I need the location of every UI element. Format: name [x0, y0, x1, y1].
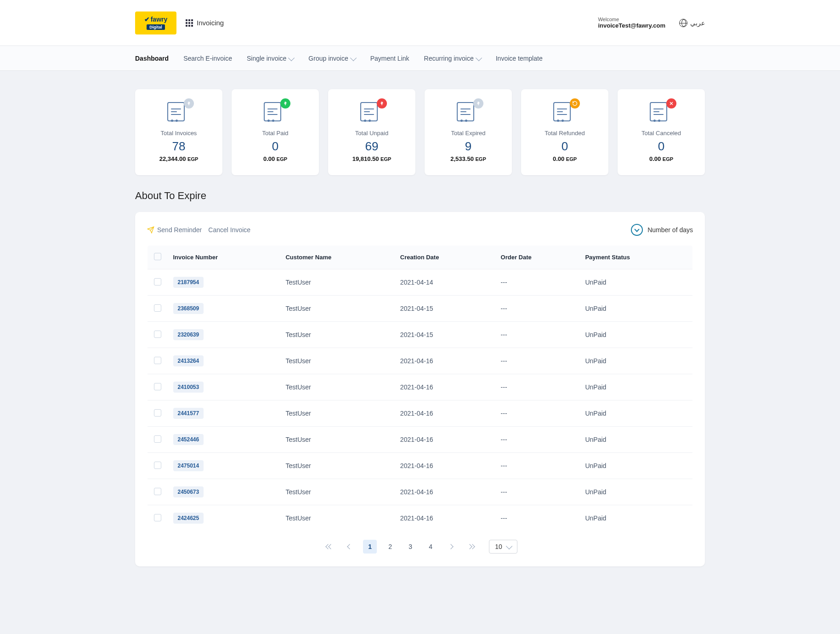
cancel-invoice-button[interactable]: Cancel Invoice: [208, 226, 250, 234]
invoice-number-link[interactable]: 2187954: [173, 277, 204, 288]
card-count: 69: [365, 139, 379, 154]
language-switcher[interactable]: عربي: [679, 19, 705, 27]
payment-status: UnPaid: [579, 479, 692, 505]
invoice-number-link[interactable]: 2450673: [173, 486, 204, 497]
nav-item-invoice-template[interactable]: Invoice template: [496, 52, 543, 65]
nav-item-payment-link[interactable]: Payment Link: [370, 52, 409, 65]
row-checkbox[interactable]: [154, 383, 161, 390]
row-checkbox[interactable]: [154, 331, 161, 338]
order-date: ---: [495, 348, 580, 374]
page-first-button[interactable]: [323, 540, 336, 554]
invoices-table: Invoice NumberCustomer NameCreation Date…: [147, 245, 693, 531]
card-title: Total Invoices: [161, 130, 197, 137]
row-checkbox[interactable]: [154, 462, 161, 469]
invoice-number-link[interactable]: 2475014: [173, 460, 204, 471]
app-switcher[interactable]: Invoicing: [186, 19, 224, 27]
number-of-days-toggle[interactable]: Number of days: [631, 224, 693, 236]
order-date: ---: [495, 453, 580, 479]
table-row: 2424625TestUser2021-04-16---UnPaid: [148, 505, 693, 531]
creation-date: 2021-04-16: [395, 453, 495, 479]
about-to-expire-panel: Send Reminder Cancel Invoice Number of d…: [135, 212, 705, 566]
stat-card-total-expired[interactable]: Total Expired92,533.50 EGP: [425, 89, 512, 175]
nav-item-dashboard[interactable]: Dashboard: [135, 52, 169, 65]
apps-grid-icon: [186, 19, 193, 27]
creation-date: 2021-04-16: [395, 400, 495, 427]
brand-logo[interactable]: ✔fawry Digital: [135, 11, 176, 34]
stat-card-total-refunded[interactable]: Total Refunded00.00 EGP: [521, 89, 608, 175]
creation-date: 2021-04-16: [395, 348, 495, 374]
card-amount: 22,344.00 EGP: [159, 155, 199, 162]
order-date: ---: [495, 269, 580, 296]
col-customer-name: Customer Name: [280, 246, 394, 269]
table-row: 2320639TestUser2021-04-15---UnPaid: [148, 322, 693, 348]
page-next-button[interactable]: [444, 540, 458, 554]
table-row: 2413264TestUser2021-04-16---UnPaid: [148, 348, 693, 374]
chevron-down-icon: [506, 543, 512, 549]
payment-status: UnPaid: [579, 505, 692, 531]
order-date: ---: [495, 296, 580, 322]
payment-status: UnPaid: [579, 374, 692, 400]
order-date: ---: [495, 505, 580, 531]
row-checkbox[interactable]: [154, 357, 161, 364]
customer-name: TestUser: [280, 427, 394, 453]
order-date: ---: [495, 374, 580, 400]
creation-date: 2021-04-16: [395, 374, 495, 400]
page-prev-button[interactable]: [343, 540, 357, 554]
nav-item-group-invoice[interactable]: Group invoice: [308, 52, 355, 65]
table-row: 2475014TestUser2021-04-16---UnPaid: [148, 453, 693, 479]
send-reminder-button[interactable]: Send Reminder: [147, 226, 202, 234]
nav-item-single-invoice[interactable]: Single invoice: [247, 52, 294, 65]
card-count: 0: [562, 139, 568, 154]
customer-name: TestUser: [280, 348, 394, 374]
row-checkbox[interactable]: [154, 514, 161, 521]
invoice-number-link[interactable]: 2441577: [173, 408, 204, 419]
user-block: Welcome invoiceTest@fawry.com: [598, 17, 665, 29]
row-checkbox[interactable]: [154, 488, 161, 495]
select-all-checkbox[interactable]: [154, 253, 161, 260]
stat-card-total-unpaid[interactable]: Total Unpaid6919,810.50 EGP: [328, 89, 415, 175]
invoice-number-link[interactable]: 2320639: [173, 329, 204, 340]
invoice-number-link[interactable]: 2413264: [173, 355, 204, 366]
row-checkbox[interactable]: [154, 278, 161, 286]
globe-icon: [679, 19, 687, 27]
invoice-number-link[interactable]: 2410053: [173, 382, 204, 393]
section-title: About To Expire: [135, 190, 705, 202]
customer-name: TestUser: [280, 374, 394, 400]
page-4-button[interactable]: 4: [424, 540, 437, 554]
table-row: 2441577TestUser2021-04-16---UnPaid: [148, 400, 693, 427]
invoice-number-link[interactable]: 2452446: [173, 434, 204, 445]
stat-card-total-canceled[interactable]: Total Canceled00.00 EGP: [618, 89, 705, 175]
page-1-button[interactable]: 1: [363, 540, 377, 554]
order-date: ---: [495, 322, 580, 348]
gray-dollar-badge-icon: [184, 98, 194, 109]
order-date: ---: [495, 427, 580, 453]
card-title: Total Refunded: [545, 130, 585, 137]
creation-date: 2021-04-16: [395, 479, 495, 505]
stat-card-total-invoices[interactable]: Total Invoices7822,344.00 EGP: [135, 89, 222, 175]
card-amount: 19,810.50 EGP: [352, 155, 392, 162]
invoice-number-link[interactable]: 2424625: [173, 513, 204, 524]
customer-name: TestUser: [280, 505, 394, 531]
table-row: 2410053TestUser2021-04-16---UnPaid: [148, 374, 693, 400]
nav-item-search-e-invoice[interactable]: Search E-invoice: [183, 52, 232, 65]
table-row: 2452446TestUser2021-04-16---UnPaid: [148, 427, 693, 453]
payment-status: UnPaid: [579, 269, 692, 296]
page-size-select[interactable]: 10: [489, 540, 517, 554]
creation-date: 2021-04-15: [395, 296, 495, 322]
customer-name: TestUser: [280, 296, 394, 322]
chevron-down-icon: [288, 54, 295, 61]
card-title: Total Canceled: [641, 130, 681, 137]
red-x-badge-icon: [666, 98, 676, 109]
page-last-button[interactable]: [464, 540, 478, 554]
page-2-button[interactable]: 2: [383, 540, 397, 554]
row-checkbox[interactable]: [154, 409, 161, 417]
stat-card-total-paid[interactable]: Total Paid00.00 EGP: [232, 89, 319, 175]
yellow-refund-badge-icon: [570, 98, 580, 109]
red-dollar-badge-icon: [377, 98, 387, 109]
nav-item-recurring-invoice[interactable]: Recurring invoice: [424, 52, 481, 65]
row-checkbox[interactable]: [154, 304, 161, 312]
customer-name: TestUser: [280, 322, 394, 348]
page-3-button[interactable]: 3: [403, 540, 417, 554]
row-checkbox[interactable]: [154, 435, 161, 443]
invoice-number-link[interactable]: 2368509: [173, 303, 204, 314]
